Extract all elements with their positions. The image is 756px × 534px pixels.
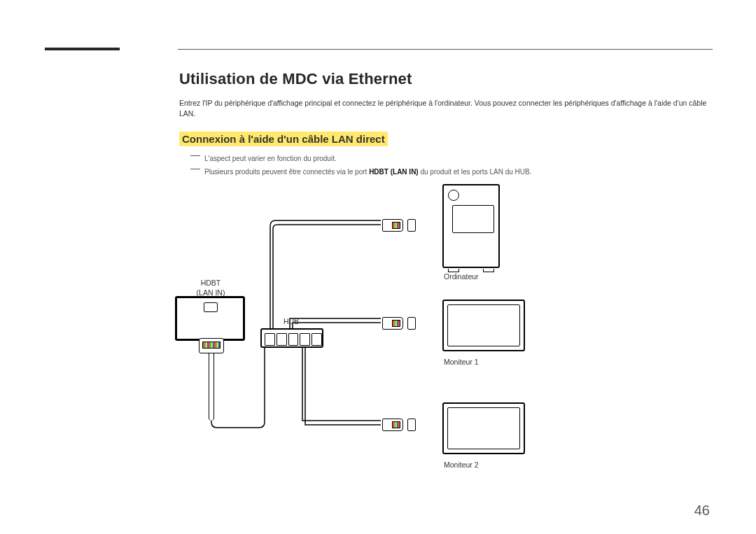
monitor2-label: Moniteur 2 xyxy=(444,461,500,470)
intro-paragraph: Entrez l'IP du périphérique d'affichage … xyxy=(179,98,711,119)
note-text: L'aspect peut varier en fonction du prod… xyxy=(204,153,337,164)
computer-feet-icon xyxy=(442,268,500,272)
monitor-icon xyxy=(442,402,525,454)
note-prefix: Plusieurs produits peuvent être connecté… xyxy=(204,168,369,176)
connection-diagram: HDBT (LAN IN) HUB Ordinateur Moniteur 1 … xyxy=(179,184,571,492)
label-line: HDBT xyxy=(201,279,221,287)
lan-plug-icon xyxy=(382,219,403,232)
hub-device-icon xyxy=(260,328,323,348)
lan-jack-icon xyxy=(407,219,416,232)
connector-group xyxy=(382,419,416,431)
connector-group xyxy=(382,317,416,330)
lan-plug-icon xyxy=(382,419,403,431)
hdbt-lan-port-icon xyxy=(204,302,218,312)
hub-label: HUB xyxy=(277,317,305,327)
cable-segment-icon xyxy=(209,353,214,421)
label-line: (LAN IN) xyxy=(197,288,225,297)
lan-jack-icon xyxy=(407,317,416,330)
monitor1-label: Moniteur 1 xyxy=(444,358,500,367)
list-item: Plusieurs produits peuvent être connecté… xyxy=(190,167,711,177)
list-item: L'aspect peut varier en fonction du prod… xyxy=(190,153,711,164)
lan-jack-icon xyxy=(407,419,416,431)
hub-ports-icon xyxy=(265,333,322,346)
dash-bullet-icon xyxy=(190,153,200,159)
lan-plug-icon xyxy=(199,338,224,353)
side-accent-bar xyxy=(45,48,120,50)
note-strong: HDBT (LAN IN) xyxy=(369,168,419,176)
document-page: Utilisation de MDC via Ethernet Entrez l… xyxy=(0,0,756,534)
connector-group xyxy=(382,219,416,232)
computer-label: Ordinateur xyxy=(444,272,500,282)
lan-plug-icon xyxy=(382,317,403,330)
subsection-title-highlight: Connexion à l'aide d'un câble LAN direct xyxy=(179,132,388,146)
page-number: 46 xyxy=(694,503,710,519)
dash-bullet-icon xyxy=(190,167,200,172)
top-horizontal-rule xyxy=(178,49,713,50)
hdbt-device-icon xyxy=(175,296,245,341)
hdbt-port-label: HDBT (LAN IN) xyxy=(186,279,235,297)
monitor-icon xyxy=(442,300,525,351)
notes-list: L'aspect peut varier en fonction du prod… xyxy=(190,153,711,177)
computer-tower-icon xyxy=(442,184,500,268)
content-area: Utilisation de MDC via Ethernet Entrez l… xyxy=(179,70,711,492)
note-suffix: du produit et les ports LAN du HUB. xyxy=(419,168,532,176)
note-text: Plusieurs produits peuvent être connecté… xyxy=(204,167,531,177)
section-title: Utilisation de MDC via Ethernet xyxy=(179,70,711,88)
